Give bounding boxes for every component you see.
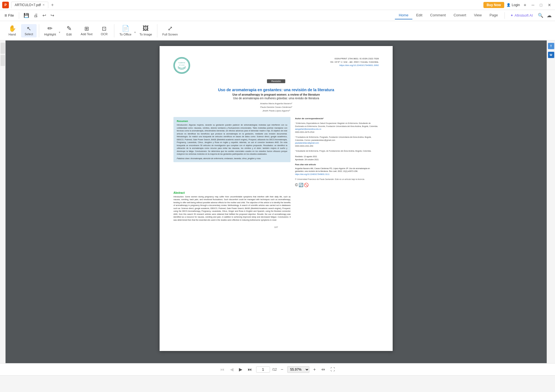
edit-tool-button[interactable]: ✎ Edit — [61, 24, 77, 38]
toolbar: ✋ Hand ↖ Select ✏ Highlight ▾ ✎ Edit ⊞ A… — [0, 21, 555, 40]
hand-tool-label: Hand — [9, 33, 16, 36]
to-image-tool-label: To Image — [140, 33, 152, 36]
tab-filename: ARTICULO+7.pdf — [15, 3, 41, 7]
pdf-resumen-box: Resumen Introducción: Algunas mujeres, d… — [173, 117, 291, 162]
svg-text:de Cuidado: de Cuidado — [179, 64, 185, 66]
highlight-icon: ✏ — [47, 26, 52, 32]
select-icon: ↖ — [27, 26, 31, 31]
toolbar-divider-1 — [39, 24, 39, 37]
page-total: /12 — [272, 368, 277, 371]
fit-screen-button[interactable]: ⛶ — [329, 366, 337, 373]
maximize-button[interactable]: □ — [538, 2, 544, 8]
journal-vol: Vol. 19 N° 1 / ene - abr. 2022 / Cúcuta,… — [330, 60, 379, 64]
search-button[interactable]: 🔍 — [537, 12, 544, 19]
pdf-abstract-box: Abstract Introduction: Some women during… — [173, 191, 291, 222]
hand-tool-button[interactable]: ✋ Hand — [4, 24, 20, 38]
nav-edit[interactable]: Edit — [412, 11, 426, 19]
login-area[interactable]: 👤 Login — [506, 3, 520, 7]
status-bar: ⏮ ◀ ▶ ⏭ /12 − 55.97% 50% 75% 100% 125% 1… — [0, 363, 555, 375]
pdf-abstract-right-col — [295, 191, 379, 222]
right-sidebar: T W — [547, 40, 555, 363]
add-text-tool-button[interactable]: ⊞ Add Text — [78, 24, 95, 37]
pdf-page: Cuadernos de Cuidado ISSN-PRINT 1794-983… — [160, 46, 393, 351]
abstract-body: Introduction: Some women during pregnanc… — [173, 195, 291, 222]
nav-view[interactable]: View — [470, 11, 486, 19]
pdf-title-es: Uso de aromaterapia en gestantes: una re… — [173, 88, 379, 92]
user-icon: 👤 — [506, 3, 511, 7]
main-nav: Home Edit Comment Convert View Page — [395, 11, 502, 19]
menu-divider-2 — [504, 12, 505, 19]
nav-home[interactable]: Home — [395, 11, 412, 19]
resumen-title: Resumen — [177, 120, 287, 123]
zoom-in-button[interactable]: + — [312, 366, 317, 373]
corr-author2: ² Fundadora de Enfermería. Posgrado, Fun… — [295, 136, 379, 147]
pdf-two-col-2: Abstract Introduction: Some women during… — [173, 191, 379, 222]
pdf-tab[interactable]: ARTICULO+7.pdf ✕ — [11, 2, 48, 8]
journal-logo: Cuadernos de Cuidado — [173, 57, 193, 74]
ocr-tool-label: OCR — [101, 32, 107, 36]
zoom-out-button[interactable]: − — [279, 366, 285, 373]
undo-button[interactable]: ↩ — [41, 12, 48, 19]
redo-button[interactable]: ↪ — [49, 12, 56, 19]
corr-author3: ³ Estudiante de Enfermería. Progra. de F… — [295, 150, 379, 153]
menu-button[interactable]: ≡ — [522, 2, 528, 8]
to-image-tool-button[interactable]: 🖼 To Image — [137, 24, 155, 38]
main-area: Cuadernos de Cuidado ISSN-PRINT 1794-983… — [0, 40, 555, 363]
file-menu-label: File — [8, 13, 14, 17]
pdf-corr-col: Autor de correspondencia* ¹ Enfermera, E… — [295, 117, 379, 188]
nav-page[interactable]: Page — [486, 11, 502, 19]
highlight-tool-button[interactable]: ✏ Highlight — [41, 24, 59, 38]
zoom-select[interactable]: 55.97% 50% 75% 100% 125% 150% — [287, 366, 309, 373]
fit-width-button[interactable]: ⇔ — [320, 366, 327, 373]
app-logo: P — [2, 2, 9, 8]
pdf-resumen-col: Resumen Introducción: Algunas mujeres, d… — [173, 117, 291, 188]
toolbar-divider-3 — [157, 24, 157, 37]
copyright-row: © Universidad Francisco de Paula Santand… — [295, 178, 379, 188]
nav-comment[interactable]: Comment — [426, 11, 450, 19]
pdf-abstract-col: Abstract Introduction: Some women during… — [173, 191, 291, 222]
ai-brand[interactable]: ✦ Afirstsoft AI — [508, 13, 536, 17]
revision-row: Revisión — [173, 77, 379, 85]
hamburger-icon: ≡ — [4, 13, 7, 18]
next-page-button[interactable]: ▶ — [237, 366, 244, 373]
pdf-viewer[interactable]: Cuadernos de Cuidado ISSN-PRINT 1794-983… — [6, 40, 547, 363]
ocr-tool-button[interactable]: ⊡ OCR — [96, 24, 112, 37]
select-tool-button[interactable]: ↖ Select — [21, 24, 37, 37]
file-menu[interactable]: ≡ File — [2, 12, 16, 19]
right-sidebar-btn-1[interactable]: T — [548, 43, 554, 49]
to-office-tool-button[interactable]: 📄 To Office — [117, 24, 134, 38]
journal-doi: https://doi.org/10.22463/17949831.3092 — [330, 64, 379, 67]
to-office-tool-wrapper: 📄 To Office ▾ — [117, 24, 135, 38]
close-button[interactable]: ✕ — [546, 2, 553, 8]
title-bar-right: Buy Now 👤 Login ≡ ─ □ ✕ — [483, 2, 553, 8]
tab-close-button[interactable]: ✕ — [42, 3, 45, 6]
right-sidebar-btn-2[interactable]: W — [548, 52, 554, 58]
highlight-arrow-icon[interactable]: ▾ — [59, 31, 60, 34]
cite-box: Para citar este artículo Angarita-Navarr… — [295, 163, 379, 176]
bottom-bar — [0, 375, 555, 392]
print-button[interactable]: 🖨 — [32, 12, 40, 19]
edit-icon: ✎ — [67, 26, 72, 32]
highlight-tool-label: Highlight — [44, 33, 56, 36]
sidebar-mini-button-2[interactable] — [1, 55, 5, 66]
buy-now-button[interactable]: Buy Now — [483, 2, 504, 8]
minimize-button[interactable]: ─ — [530, 2, 536, 8]
menu-bar: ≡ File 💾 🖨 ↩ ↪ Home Edit Comment Convert… — [0, 10, 555, 21]
nav-convert[interactable]: Convert — [450, 11, 470, 19]
save-button[interactable]: 💾 — [22, 12, 31, 19]
page-number-input[interactable] — [256, 366, 270, 373]
add-tab-button[interactable]: + — [49, 2, 55, 8]
add-text-icon: ⊞ — [84, 26, 89, 31]
full-screen-tool-button[interactable]: ⤢ Full Screen — [160, 24, 181, 38]
first-page-button[interactable]: ⏮ — [218, 366, 226, 373]
corr-author1: ¹ Enfermera, Especialista en Salud Ocupa… — [295, 122, 379, 134]
svg-text:Cuadernos: Cuadernos — [178, 62, 185, 63]
pdf-title-pt: Uso de aromaterapia em mulheres grávidas… — [173, 97, 379, 100]
ocr-icon: ⊡ — [102, 26, 107, 31]
last-page-button[interactable]: ⏭ — [246, 366, 254, 373]
sidebar-mini-button-1[interactable] — [1, 43, 5, 54]
to-office-arrow-icon[interactable]: ▾ — [134, 31, 136, 34]
cloud-button[interactable]: ☁ — [546, 11, 553, 20]
prev-page-button[interactable]: ◀ — [228, 366, 235, 373]
dates-box: Recibido: 13 agosto 2021 Aprobado: 28 oc… — [295, 155, 379, 161]
